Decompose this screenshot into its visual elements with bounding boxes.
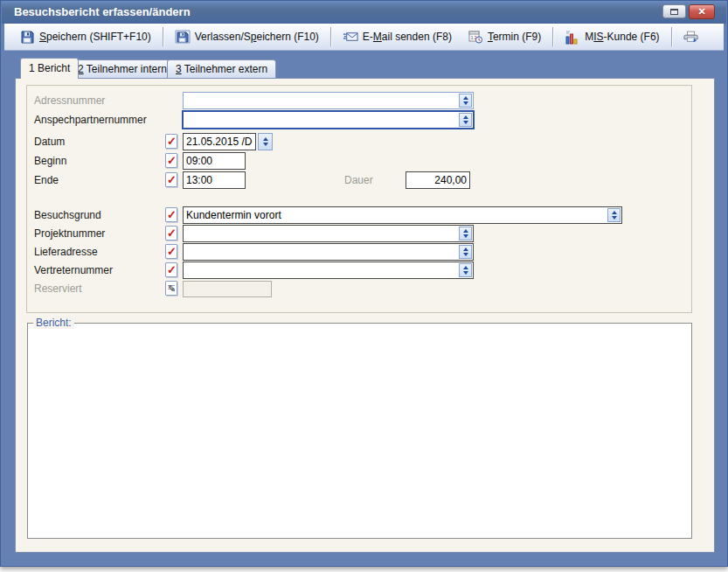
label-text: M xyxy=(585,31,593,43)
projektnummer-field[interactable] xyxy=(183,225,474,242)
label-text: peichern (SHIFT+F10) xyxy=(46,31,151,43)
spinner-up-icon xyxy=(463,248,468,251)
lieferadresse-input[interactable] xyxy=(184,244,459,260)
spinner-up-icon xyxy=(263,137,268,141)
spinner-down-icon xyxy=(263,143,268,146)
dauer-input[interactable] xyxy=(406,172,469,188)
spinner-down-icon xyxy=(612,216,617,220)
adressnummer-spinner[interactable] xyxy=(459,94,472,108)
projektnummer-required-check-icon[interactable] xyxy=(165,226,177,241)
bericht-groupbox xyxy=(27,323,692,539)
adressnummer-label: Adressnummer xyxy=(34,94,165,107)
mis-kunde-button-label: MIS-Kunde (F6) xyxy=(585,31,659,43)
label-text: ermin (F9) xyxy=(493,31,541,43)
close-icon: ✕ xyxy=(697,6,705,17)
datum-label: Datum xyxy=(34,136,165,148)
besuchsgrund-required-check-icon[interactable] xyxy=(165,207,177,222)
ende-required-check-icon[interactable] xyxy=(165,172,177,187)
toolbar: Speichern (SHIFT+F10) Verlassen/Speicher… xyxy=(4,24,724,51)
label-text: Verlassen/S xyxy=(195,31,251,43)
tab-accesskey: 1 xyxy=(29,62,35,74)
save-button[interactable]: Speichern (SHIFT+F10) xyxy=(11,26,159,47)
anspechpartnernummer-field[interactable] xyxy=(182,110,475,129)
vertreternummer-field[interactable] xyxy=(183,262,474,279)
lieferadresse-required-check-icon[interactable] xyxy=(165,244,177,259)
projektnummer-input[interactable] xyxy=(184,226,459,241)
window-titlebar: Besuchsbericht erfassen/ändern ✕ xyxy=(2,1,726,24)
mis-kunde-button[interactable]: MIS-Kunde (F6) xyxy=(557,26,667,47)
email-button-label: E-Mail senden (F8) xyxy=(363,31,452,43)
beginn-required-check-icon[interactable] xyxy=(165,153,177,168)
termin-button-label: Termin (F9) xyxy=(488,31,541,43)
vertreternummer-label: Vertreternummer xyxy=(34,264,165,276)
dauer-field[interactable] xyxy=(406,171,470,189)
beginn-input[interactable] xyxy=(184,153,245,169)
bericht-legend: Bericht: xyxy=(33,317,74,329)
reserviert-edit-icon[interactable] xyxy=(165,281,177,296)
termin-button[interactable]: 12 Termin (F9) xyxy=(460,26,549,47)
anspechpartnernummer-label: Anspechpartnernummer xyxy=(34,114,165,126)
tab-teilnehmer-intern[interactable]: 2 Teilnehmer intern xyxy=(69,59,176,78)
tab-label: Teilnehmer intern xyxy=(84,63,167,75)
dialog-window: Besuchsbericht erfassen/ändern ✕ Speiche… xyxy=(0,0,728,567)
adressnummer-input[interactable] xyxy=(184,93,459,108)
besuchsgrund-input[interactable] xyxy=(184,207,607,223)
window-title: Besuchsbericht erfassen/ändern xyxy=(14,5,191,18)
label-accesskey: M xyxy=(373,31,382,43)
restore-icon xyxy=(670,9,678,15)
tab-bericht[interactable]: 1 Bericht xyxy=(20,58,79,79)
label-accesskey: IS xyxy=(593,31,603,43)
projektnummer-spinner[interactable] xyxy=(459,227,472,241)
lieferadresse-field[interactable] xyxy=(183,243,474,261)
tab-accesskey: 3 xyxy=(176,63,182,75)
beginn-field[interactable] xyxy=(183,152,246,170)
spinner-down-icon xyxy=(463,271,468,275)
vertreternummer-spinner[interactable] xyxy=(459,263,472,277)
spinner-up-icon xyxy=(612,211,617,214)
printer-icon xyxy=(683,30,699,44)
calendar-icon: 12 xyxy=(468,30,483,44)
spinner-down-icon xyxy=(463,253,468,256)
close-button[interactable]: ✕ xyxy=(689,4,715,19)
tab-teilnehmer-extern[interactable]: 3 Teilnehmer extern xyxy=(167,59,276,78)
ende-input[interactable] xyxy=(184,172,245,188)
spinner-down-icon xyxy=(463,234,468,238)
tab-label: Teilnehmer extern xyxy=(182,63,268,75)
bericht-textarea[interactable] xyxy=(31,326,689,535)
ende-label: Ende xyxy=(34,174,165,186)
toolbar-separator xyxy=(671,27,672,46)
besuchsgrund-spinner[interactable] xyxy=(607,208,621,222)
chart-icon xyxy=(565,30,580,44)
datum-input[interactable] xyxy=(184,134,255,150)
toolbar-separator xyxy=(330,27,331,46)
spinner-up-icon xyxy=(463,266,468,269)
label-text: -Kunde (F6) xyxy=(604,31,660,43)
datum-field[interactable] xyxy=(183,133,256,150)
email-button[interactable]: E-Mail senden (F8) xyxy=(335,26,460,47)
lieferadresse-spinner[interactable] xyxy=(459,245,472,259)
spinner-up-icon xyxy=(463,96,468,100)
spinner-up-icon xyxy=(463,229,468,233)
leave-save-button-label: Verlassen/Speichern (F10) xyxy=(195,31,319,43)
anspechpartnernummer-spinner[interactable] xyxy=(459,113,472,127)
adressnummer-field[interactable] xyxy=(183,92,474,109)
email-icon xyxy=(343,30,358,44)
datum-spinner[interactable] xyxy=(258,133,273,150)
label-text: eichern (F10) xyxy=(256,31,318,43)
anspechpartnernummer-input[interactable] xyxy=(184,112,459,128)
ende-field[interactable] xyxy=(183,171,246,189)
reserviert-label: Reserviert xyxy=(34,283,165,295)
lieferadresse-label: Lieferadresse xyxy=(34,246,165,258)
besuchsgrund-label: Besuchsgrund xyxy=(34,209,165,221)
toolbar-separator xyxy=(552,27,553,46)
spinner-up-icon xyxy=(463,115,468,119)
besuchsgrund-field[interactable] xyxy=(183,206,622,224)
vertreternummer-input[interactable] xyxy=(184,262,459,278)
leave-save-button[interactable]: Verlassen/Speichern (F10) xyxy=(167,26,327,47)
spinner-down-icon xyxy=(463,101,468,105)
label-accesskey: S xyxy=(39,31,46,43)
datum-required-check-icon[interactable] xyxy=(165,134,177,149)
vertreternummer-required-check-icon[interactable] xyxy=(165,262,177,277)
print-button[interactable] xyxy=(676,26,707,47)
restore-button[interactable] xyxy=(662,4,686,18)
